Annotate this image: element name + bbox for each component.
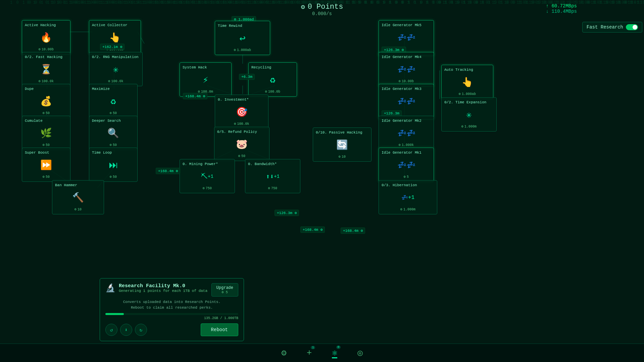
node-idle-gen-mk2-title: Idle Generator Mk2 [382, 119, 431, 123]
badge-162-text: +162.1m ⚙ [102, 45, 122, 49]
nav-item-settings[interactable]: ⚙ [281, 348, 287, 358]
tooltip-facility-sub: Generating 1 points for each 1TB of data [119, 289, 207, 293]
download-stat: ↓ 110.4MBps [546, 9, 577, 14]
upgrade-block[interactable]: Upgrade ⚙ 5 [211, 283, 238, 297]
node-maximize-icon: ♻ [105, 93, 122, 110]
nav-item-options[interactable]: ◎ [357, 348, 363, 358]
tooltip-text-block: Research Facility Mk.0 Generating 1 poin… [119, 283, 207, 293]
node-rng-cost: ⚙100.0k [92, 79, 140, 83]
tooltip-facility-icon: 🔬 [105, 283, 115, 293]
node-dupe-title: Dupe [25, 87, 67, 91]
node-idle-gen-mk2[interactable]: Idle Generator Mk2 💤💤 ⚙1.000k [379, 116, 434, 150]
points-value: 0 Points [308, 3, 343, 11]
node-active-hacking-cost: ⚙10.00b [25, 47, 67, 51]
node-fast-hacking-cost: ⚙100.0k [25, 79, 67, 83]
value-badge-168-left: +168.4m ⚙ [156, 168, 180, 174]
nav-item-add[interactable]: + 1 [307, 348, 312, 358]
node-deeper-search-title: Deeper Search [92, 119, 135, 123]
node-auto-tracking[interactable]: Auto Tracking 👆 ⚙1.000ab [441, 65, 493, 99]
node-ban-hammer-cost: ⚙10 [55, 207, 101, 211]
node-investment-icon: 🎯 [233, 104, 250, 120]
add-icon: + [307, 348, 312, 358]
fast-research-toggle[interactable] [626, 24, 638, 30]
node-cumulate[interactable]: Cumulate 🌿 ⚙50 [22, 116, 70, 150]
node-rng-manipulation[interactable]: 0/2. RNG Manipulation ✳ ⚙100.0k [89, 52, 143, 86]
node-time-loop-icon: ⏭ [105, 157, 122, 173]
action-btn-2[interactable]: ⬇ [120, 324, 132, 336]
action-btn-1[interactable]: ↺ [105, 324, 117, 336]
tooltip-title-area: 🔬 Research Facility Mk.0 Generating 1 po… [105, 283, 207, 293]
node-time-loop-title: Time Loop [92, 151, 135, 155]
node-super-boost-icon: ⏩ [38, 157, 55, 173]
node-dupe[interactable]: Dupe 💰 ⚙50 [22, 84, 70, 118]
points-rate: 0.000/s [301, 11, 343, 16]
header: ⚙ 0 Points 0.000/s [294, 0, 350, 19]
upgrade-cost: ⚙ 5 [216, 290, 233, 294]
node-idle-gen-mk4[interactable]: Idle Generator Mk4 💤💤 ⚙10.00b [379, 52, 434, 86]
node-super-boost[interactable]: Super Boost ⏩ ⚙50 [22, 148, 70, 182]
node-rng-title: 0/2. RNG Manipulation [92, 55, 140, 59]
node-time-loop-cost: ⚙50 [92, 175, 135, 179]
node-hibernation-icon: 💤 +1 [400, 189, 416, 206]
points-display: ⚙ 0 Points [301, 3, 343, 11]
action-icons: ↺ ⬇ ↻ [105, 324, 147, 336]
node-investment[interactable]: 0. Investment* 🎯 ⚙100.0k [215, 95, 268, 129]
research-badge: 0 [336, 346, 341, 349]
node-passive-hacking[interactable]: 0/10. Passive Hacking 🔄 ⚙10 [313, 127, 371, 162]
node-passive-hacking-title: 0/10. Passive Hacking [316, 131, 368, 135]
node-mining-power[interactable]: 0. Mining Power* ⛏ +1 ⚙750 [180, 159, 235, 193]
node-ban-hammer[interactable]: Ban Hammer 🔨 ⚙10 [52, 180, 104, 214]
node-system-hack-icon: ⚡ [197, 71, 214, 88]
node-time-expansion[interactable]: 0/2. Time Expansion ✳ ⚙1.000m [441, 97, 497, 132]
node-recycling-icon: ♻ [264, 71, 281, 88]
nav-item-research[interactable]: ⚛ 0 [332, 348, 337, 358]
node-super-boost-cost: ⚙50 [25, 175, 67, 179]
node-idle-gen-mk5[interactable]: Idle Generator Mk5 💤💤 +126.3m ⚙ [379, 20, 434, 56]
node-refund-policy-title: 0/5. Refund Policy [217, 130, 266, 134]
node-refund-policy-icon: 🐷 [234, 136, 250, 153]
node-hibernation[interactable]: 0/3. Hibernation 💤 +1 ⚙1.000m [379, 180, 437, 214]
node-hibernation-cost: ⚙1.000m [382, 207, 434, 211]
reboot-button[interactable]: Reboot [201, 323, 238, 336]
progress-bar-fill [105, 313, 124, 315]
node-system-hack[interactable]: System Hack ⚡ ⚙100.0m [180, 62, 232, 97]
node-refund-policy-cost: ⚙50 [217, 154, 266, 158]
node-maximize-cost: ⚙50 [92, 111, 135, 115]
node-fast-hacking[interactable]: 0/2. Fast Hacking ⏳ ⚙100.0k [22, 52, 70, 86]
node-idle-gen-mk3[interactable]: Idle Generator Mk3 💤💤 +126.3m [379, 84, 434, 119]
node-idle-gen-mk3-icon: 💤💤 [398, 93, 415, 110]
node-refund-policy[interactable]: 0/5. Refund Policy 🐷 ⚙50 [214, 127, 269, 161]
node-passive-hacking-icon: 🔄 [334, 137, 351, 153]
node-mining-power-title: 0. Mining Power* [183, 162, 232, 166]
node-idle-gen-mk1-icon: 💤💤 [398, 157, 415, 173]
node-recycling-cost: ⚙100.0b [251, 90, 294, 94]
node-deeper-search-icon: 🔍 [105, 125, 122, 142]
node-bandwidth-title: 0. Bandwidth* [248, 162, 297, 166]
research-active-bar [332, 357, 337, 358]
node-recycling[interactable]: Recycling ♻ ⚙100.0b [248, 62, 297, 97]
node-auto-tracking-icon: 👆 [459, 74, 476, 91]
node-fast-hacking-icon: ⏳ [38, 61, 55, 78]
node-maximize[interactable]: Maximize ♻ ⚙50 [89, 84, 138, 118]
node-time-rewind[interactable]: Time Rewind ↩ ⚙1.000ab [215, 21, 270, 55]
upgrade-button[interactable]: Upgrade ⚙ 5 [211, 283, 238, 297]
node-active-collector-title: Active Collector [92, 23, 138, 27]
node-idle-gen-mk1[interactable]: Idle Generator Mk1 💤💤 ⚙5 [379, 148, 434, 182]
tooltip-facility-name: Research Facility Mk.0 [119, 283, 207, 289]
node-idle-gen-mk4-cost: ⚙10.00b [382, 79, 431, 83]
node-time-rewind-title: Time Rewind [218, 24, 267, 28]
node-bandwidth[interactable]: 0. Bandwidth* ⬆⬇ +1 ⚙750 [245, 159, 300, 193]
node-ban-hammer-icon: 🔨 [70, 189, 87, 206]
node-system-hack-title: System Hack [183, 65, 229, 69]
node-idle-gen-mk1-cost: ⚙5 [382, 175, 431, 179]
action-btn-3[interactable]: ↻ [135, 324, 147, 336]
node-auto-tracking-title: Auto Tracking [444, 68, 490, 72]
fast-research-panel[interactable]: Fast Research [582, 22, 642, 33]
value-badge-168-bottom2: +168.4m ⚙ [341, 227, 365, 234]
node-active-hacking[interactable]: Active Hacking 🔥 ⚙10.00b [22, 20, 70, 54]
node-time-loop[interactable]: Time Loop ⏭ ⚙50 [89, 148, 138, 182]
node-cumulate-title: Cumulate [25, 119, 67, 123]
node-deeper-search[interactable]: Deeper Search 🔍 ⚙50 [89, 116, 138, 150]
research-icon: ⚛ [332, 348, 337, 358]
node-time-rewind-cost: ⚙1.000ab [218, 48, 267, 52]
